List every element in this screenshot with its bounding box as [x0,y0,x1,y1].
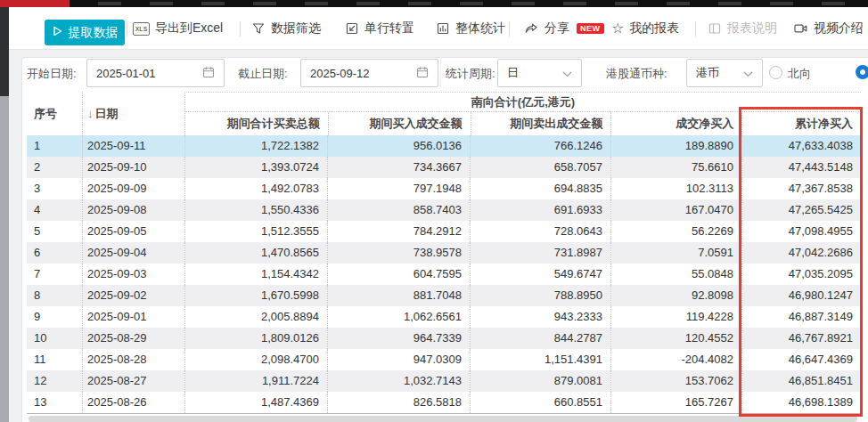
table-row[interactable]: 72025-09-031,154.4342604.7595549.674755.… [27,264,861,285]
table-cell: 881.7048 [327,285,470,306]
layout-icon [708,21,722,36]
table-row[interactable]: 32025-09-091,492.0783797.1948694.8835102… [27,178,861,199]
end-date-input[interactable]: 2025-09-12 [300,59,438,87]
extract-data-button[interactable]: 提取数据 [45,20,125,45]
col-header-net-buy: 成交净买入 [610,112,741,135]
toolbar: 提取数据 XLS 导出到Excel 数据筛选 单行转置 整体统计 [9,7,868,50]
video-camera-icon [793,21,808,36]
table-cell: 788.8950 [470,285,610,306]
data-filter-button[interactable]: 数据筛选 [251,7,321,50]
start-date-label: 开始日期: [27,66,77,80]
left-window-sliver-dark [0,7,9,96]
table-cell: 844.2787 [470,328,610,349]
table-row[interactable]: 112025-08-282,098.4700947.03091,151.4391… [27,349,861,370]
table-cell: 46,980.1247 [741,285,861,306]
share-button[interactable]: 分享 NEW [524,7,604,50]
table-cell: 766.1246 [470,135,610,157]
table-cell: 728.0643 [470,221,610,242]
table-row[interactable]: 22025-09-101,393.0724734.3667658.705775.… [27,157,861,178]
table-cell: 2 [27,157,82,178]
currency-select[interactable]: 港币 [686,59,763,87]
table-cell: -204.4082 [610,349,741,370]
table-cell: 731.8987 [470,242,610,264]
table-cell: 1,487.4369 [184,392,327,413]
col-header-sell-amount: 期间卖出成交金额 [471,112,611,135]
table-cell: 658.7057 [470,157,610,178]
table-cell: 56.2269 [610,221,741,242]
table-row[interactable]: 42025-09-081,550.4336858.7403691.6933167… [27,199,861,221]
table-row[interactable]: 132025-08-261,487.4369826.5818660.855116… [27,392,861,413]
end-date-label: 截止日期: [238,66,288,80]
table-cell: 858.7403 [327,199,470,221]
table-cell: 7.0591 [610,242,741,264]
table-cell: 2025-09-11 [82,135,184,157]
table-cell: 11 [27,349,82,370]
col-header-total-turnover: 期间合计买卖总额 [185,112,328,135]
table-row[interactable]: 82025-09-021,670.5998881.7048788.895092.… [27,285,861,306]
table-cell: 10 [27,328,82,349]
report-description-button[interactable]: 报表说明 [708,7,777,50]
table-cell: 92.8098 [610,285,741,306]
table-cell: 2,005.8894 [184,306,327,328]
video-intro-button[interactable]: 视频介绍 [793,7,864,50]
col-header-date[interactable]: ↓日期 [82,92,184,135]
table-cell: 2025-09-08 [82,199,184,221]
data-table: 序号 ↓日期 南向合计(亿元,港元) 期间合计买卖总额 期间买入成交金额 期间卖… [27,92,861,413]
table-row[interactable]: 62025-09-041,470.8565738.9578731.89877.0… [27,242,861,264]
table-cell: 46,851.8451 [741,370,861,392]
start-date-input[interactable]: 2025-01-01 [86,59,225,87]
export-excel-button[interactable]: XLS 导出到Excel [133,7,223,50]
table-cell: 943.2333 [470,306,610,328]
table-cell: 826.5818 [327,392,470,413]
table-cell: 1,722.1382 [184,135,327,157]
table-cell: 2025-09-02 [82,285,184,306]
radio-southbound-selected[interactable] [856,65,868,79]
table-body: 12025-09-111,722.1382956.0136766.1246189… [27,135,861,413]
toolbar-divider [695,21,696,37]
extract-data-label: 提取数据 [69,25,119,41]
table-row[interactable]: 12025-09-111,722.1382956.0136766.1246189… [27,135,861,157]
row-transpose-button[interactable]: 单行转置 [345,7,414,50]
table-cell: 784.2912 [327,221,470,242]
table-cell: 189.8890 [610,135,741,157]
star-icon: ☆ [611,21,624,36]
table-cell: 1,393.0724 [184,157,327,178]
table-cell: 102.3113 [610,178,741,199]
table-row[interactable]: 122025-08-271,911.72241,032.7143879.0081… [27,370,861,392]
new-badge: NEW [577,23,604,34]
table-cell: 46,698.1389 [741,392,861,413]
table-cell: 46,647.4369 [741,349,861,370]
table-row[interactable]: 52025-09-051,512.3555784.2912728.064356.… [27,221,861,242]
my-reports-button[interactable]: ☆ 我的报表 [611,7,679,50]
table-row[interactable]: 102025-08-291,809.0126964.7339844.278712… [27,328,861,349]
table-cell: 75.6610 [610,157,741,178]
table-cell: 47,443.5148 [741,157,861,178]
table-cell: 12 [27,370,82,392]
table-cell: 13 [27,392,82,413]
table-cell: 2025-09-09 [82,178,184,199]
table-cell: 1,670.5998 [184,285,327,306]
play-icon [52,25,63,40]
table-cell: 738.9578 [327,242,470,264]
funnel-icon [251,21,266,36]
table-cell: 947.0309 [327,349,470,370]
table-cell: 1,151.4391 [470,349,610,370]
table-cell: 604.7595 [327,264,470,285]
table-cell: 694.8835 [470,178,610,199]
xls-icon: XLS [133,22,150,36]
table-cell: 9 [27,306,82,328]
table-row[interactable]: 92025-09-012,005.88941,062.6561943.23331… [27,306,861,328]
radio-northbound-label: 北向 [788,66,811,80]
table-cell: 3 [27,178,82,199]
overall-stats-button[interactable]: 整体统计 [436,7,505,50]
table-cell: 167.0470 [610,199,741,221]
table-cell: 47,633.4038 [741,135,861,157]
table-cell: 120.4552 [610,328,741,349]
left-window-sliver-gray [0,96,9,422]
table-cell: 2025-09-10 [82,157,184,178]
radio-northbound[interactable] [769,66,782,79]
horizontal-scrollbar-thumb[interactable] [29,416,857,422]
period-select[interactable]: 日 [497,59,582,87]
table-cell: 119.4228 [610,306,741,328]
sort-descending-icon: ↓ [87,107,94,120]
